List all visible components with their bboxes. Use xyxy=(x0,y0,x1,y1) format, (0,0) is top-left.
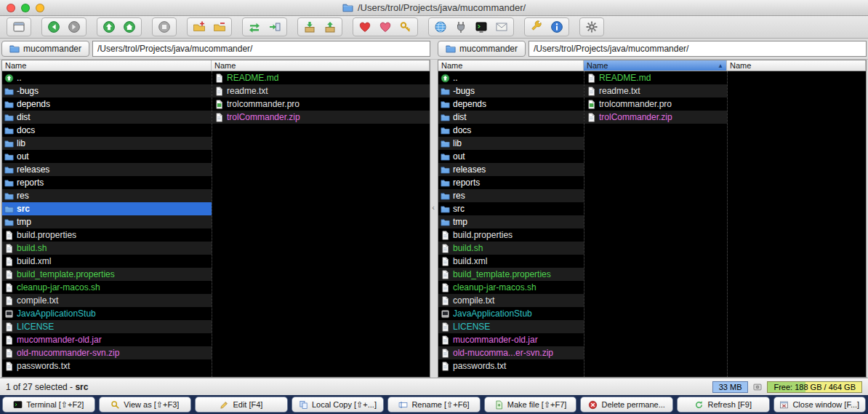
column-header-name[interactable]: Name xyxy=(212,60,430,71)
file-row[interactable]: out xyxy=(438,150,584,163)
view-function-button[interactable]: View as [⇧+F3] xyxy=(99,397,192,413)
properties-button[interactable] xyxy=(547,19,567,36)
edit-bookmarks-button[interactable] xyxy=(375,19,395,36)
file-row[interactable]: old-mucommander-svn.zip xyxy=(2,346,212,359)
file-row[interactable]: trolcommander.pro xyxy=(212,97,430,111)
edit-function-button[interactable]: Edit [F4] xyxy=(195,397,288,413)
file-row[interactable]: mucommander-old.jar xyxy=(438,333,584,346)
file-row[interactable]: dist xyxy=(2,111,212,124)
file-row[interactable]: depends xyxy=(438,97,584,111)
file-row[interactable]: cleanup-jar-macos.sh xyxy=(2,281,212,294)
equalize-panels-button[interactable] xyxy=(265,19,285,36)
column-header-name[interactable]: Name xyxy=(438,60,584,71)
file-row[interactable]: docs xyxy=(438,124,584,137)
file-row[interactable]: cleanup-jar-macos.sh xyxy=(438,281,584,294)
tools-button[interactable] xyxy=(526,19,547,36)
column-header-name[interactable]: Name xyxy=(2,60,212,71)
add-bookmark-button[interactable] xyxy=(355,19,375,36)
file-row[interactable]: build.sh xyxy=(2,242,212,255)
preferences-button[interactable] xyxy=(582,19,602,36)
path-input-right[interactable] xyxy=(529,41,867,57)
file-row[interactable]: .. xyxy=(438,71,584,84)
file-row[interactable]: LICENSE xyxy=(438,320,584,333)
file-row[interactable]: lib xyxy=(438,137,584,150)
file-row[interactable]: src xyxy=(2,202,212,215)
terminal-function-button[interactable]: Terminal [⇧+F2] xyxy=(2,397,95,413)
server-connect-button[interactable] xyxy=(430,19,451,36)
file-row[interactable]: compile.txt xyxy=(438,294,584,307)
file-row[interactable]: src xyxy=(438,202,584,215)
file-row[interactable]: reports xyxy=(438,176,584,189)
panel-splitter[interactable]: ‹ xyxy=(430,202,436,213)
file-row[interactable]: README.md xyxy=(584,71,727,84)
file-row[interactable]: depends xyxy=(2,97,212,111)
make-file-function-button[interactable]: Make file [⇧+F7] xyxy=(484,397,577,413)
file-row[interactable]: build.properties xyxy=(438,228,584,242)
copy-function-button[interactable]: Local Copy [⇧+...] xyxy=(292,397,385,413)
mark-button[interactable] xyxy=(189,19,209,36)
file-row[interactable]: tmp xyxy=(2,215,212,228)
file-row[interactable]: dist xyxy=(438,111,584,124)
file-row[interactable]: build.properties xyxy=(2,228,212,242)
email-button[interactable] xyxy=(491,19,512,36)
file-row[interactable]: build.sh xyxy=(438,242,584,255)
drive-button-right[interactable]: mucommander xyxy=(438,41,526,57)
file-row[interactable]: readme.txt xyxy=(212,84,430,97)
new-window-button[interactable] xyxy=(9,19,29,36)
file-row[interactable]: README.md xyxy=(212,71,430,84)
file-row[interactable]: passwords.txt xyxy=(2,359,212,373)
file-row[interactable]: old-mucomma...er-svn.zip xyxy=(438,346,584,359)
unmark-button[interactable] xyxy=(209,19,230,36)
file-row[interactable]: trolCommander.zip xyxy=(584,111,727,124)
file-row[interactable]: out xyxy=(2,150,212,163)
stop-button[interactable] xyxy=(154,19,174,36)
file-row[interactable]: -bugs xyxy=(438,84,584,97)
unpack-button[interactable] xyxy=(320,19,340,36)
delete-function-button[interactable]: Delete permane... xyxy=(580,397,673,413)
file-row[interactable]: build_template.properties xyxy=(438,268,584,281)
file-row[interactable]: compile.txt xyxy=(2,294,212,307)
path-input-left[interactable] xyxy=(92,41,430,57)
file-row[interactable]: readme.txt xyxy=(584,84,727,97)
file-row[interactable]: JavaApplicationStub xyxy=(2,307,212,320)
shell-button[interactable] xyxy=(471,19,491,36)
file-row[interactable]: build.xml xyxy=(438,255,584,268)
window-controls xyxy=(7,4,44,12)
file-row[interactable]: LICENSE xyxy=(2,320,212,333)
file-row[interactable]: releases xyxy=(2,163,212,176)
forward-button[interactable] xyxy=(64,19,84,36)
refresh-function-button[interactable]: Refresh [F9] xyxy=(677,397,770,413)
file-row[interactable]: passwords.txt xyxy=(438,359,584,373)
file-row[interactable]: tmp xyxy=(438,215,584,228)
home-button[interactable] xyxy=(119,19,140,36)
file-row[interactable]: res xyxy=(438,189,584,202)
close-window-control[interactable] xyxy=(7,4,15,12)
file-row[interactable]: -bugs xyxy=(2,84,212,97)
credentials-button[interactable] xyxy=(395,19,416,36)
go-parent-button[interactable] xyxy=(99,19,119,36)
pack-button[interactable] xyxy=(300,19,320,36)
file-row[interactable]: build_template.properties xyxy=(2,268,212,281)
server-connections-button[interactable] xyxy=(451,19,471,36)
file-row[interactable]: mucommander-old.jar xyxy=(2,333,212,346)
file-row[interactable]: reports xyxy=(2,176,212,189)
column-header-name[interactable]: Name xyxy=(727,60,866,71)
file-row[interactable]: .. xyxy=(2,71,212,84)
file-row[interactable]: build.xml xyxy=(2,255,212,268)
file-row[interactable]: releases xyxy=(438,163,584,176)
zoom-window-control[interactable] xyxy=(36,4,44,12)
drive-button-left[interactable]: mucommander xyxy=(1,41,89,57)
volume-icon[interactable] xyxy=(752,382,763,392)
back-button[interactable] xyxy=(44,19,64,36)
swap-panels-button[interactable] xyxy=(244,19,265,36)
file-row[interactable]: docs xyxy=(2,124,212,137)
column-header-name[interactable]: Name▲ xyxy=(584,60,727,71)
file-row[interactable]: trolcommander.pro xyxy=(584,97,727,111)
minimize-window-control[interactable] xyxy=(21,4,30,12)
close-window-function-button[interactable]: Close window [F...] xyxy=(773,397,867,413)
file-row[interactable]: lib xyxy=(2,137,212,150)
file-row[interactable]: JavaApplicationStub xyxy=(438,307,584,320)
file-row[interactable]: res xyxy=(2,189,212,202)
file-row[interactable]: trolCommander.zip xyxy=(212,111,430,124)
rename-function-button[interactable]: Rename [⇧+F6] xyxy=(387,397,481,413)
